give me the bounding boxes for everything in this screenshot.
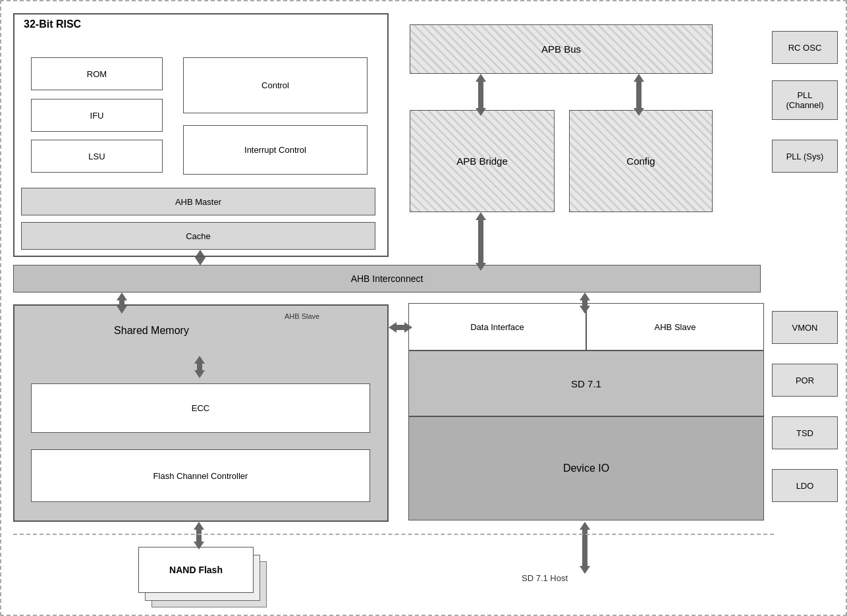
- tsd-block: TSD: [772, 416, 838, 449]
- sd71-host-label: SD 7.1 Host: [522, 573, 568, 583]
- rc-osc-block: RC OSC: [772, 31, 838, 64]
- nand-flash-block: NAND Flash: [138, 547, 254, 593]
- ahb-slave-sd-label: AHB Slave: [655, 322, 696, 332]
- data-interface-label: Data Interface: [470, 322, 524, 332]
- config-block: Config: [569, 110, 713, 212]
- ldo-label: LDO: [796, 481, 814, 491]
- tsd-label: TSD: [796, 428, 813, 438]
- flash-channel-controller-label: Flash Channel Controller: [153, 471, 248, 481]
- dashed-separator: [13, 534, 774, 535]
- device-io-label: Device IO: [563, 462, 609, 474]
- ahb-slave-sm-label: AHB Slave: [285, 312, 319, 320]
- shared-mem-to-ecc-arrow: [194, 356, 205, 378]
- fcc-to-nand-arrow: [194, 522, 204, 549]
- vmon-block: VMON: [772, 311, 838, 344]
- apb-bus-label: APB Bus: [541, 43, 581, 55]
- flash-channel-controller-block: Flash Channel Controller: [31, 449, 370, 502]
- device-io-to-sd-host-arrow: [580, 522, 590, 574]
- apb-bridge-to-ahb-arrow: [476, 212, 486, 271]
- data-interface-block: Data Interface: [408, 303, 586, 350]
- ecc-block: ECC: [31, 383, 370, 433]
- ahb-slave-sd-block: AHB Slave: [586, 303, 764, 350]
- config-label: Config: [626, 155, 655, 167]
- ldo-block: LDO: [772, 469, 838, 502]
- pll-channel-label: PLL (Channel): [786, 90, 823, 110]
- vmon-label: VMON: [792, 323, 818, 333]
- apb-bus-block: APB Bus: [410, 24, 713, 74]
- por-block: POR: [772, 364, 838, 397]
- ahb-interconnect-block: AHB Interconnect: [13, 265, 761, 293]
- apb-bridge-block: APB Bridge: [410, 110, 555, 212]
- sd71-label: SD 7.1: [571, 378, 601, 389]
- shared-to-sd-arrow: [389, 322, 412, 333]
- ecc-label: ECC: [192, 403, 209, 413]
- ahb-to-sd-arrow: [580, 293, 590, 314]
- pll-sys-block: PLL (Sys): [772, 140, 838, 173]
- shared-memory-block: Shared Memory: [13, 304, 290, 357]
- ahb-to-shared-arrow: [117, 293, 127, 314]
- por-label: POR: [796, 376, 814, 385]
- rc-osc-label: RC OSC: [788, 43, 822, 53]
- pll-channel-block: PLL (Channel): [772, 80, 838, 120]
- pll-sys-label: PLL (Sys): [786, 152, 824, 161]
- ahb-interconnect-label: AHB Interconnect: [351, 273, 424, 284]
- risc-label: 32-Bit RISC: [24, 18, 81, 30]
- shared-memory-label: Shared Memory: [114, 325, 189, 337]
- nand-flash-label: NAND Flash: [169, 565, 223, 575]
- diagram-container: 32-Bit RISC ROM IFU LSU Control Interrup…: [0, 0, 847, 616]
- apb-bus-to-config-arrow: [634, 74, 644, 116]
- sd71-block: SD 7.1: [408, 350, 764, 416]
- apb-bridge-label: APB Bridge: [456, 155, 508, 167]
- apb-bus-to-bridge-arrow: [476, 74, 486, 116]
- risc-outer-box: 32-Bit RISC: [13, 13, 389, 257]
- device-io-block: Device IO: [408, 416, 764, 520]
